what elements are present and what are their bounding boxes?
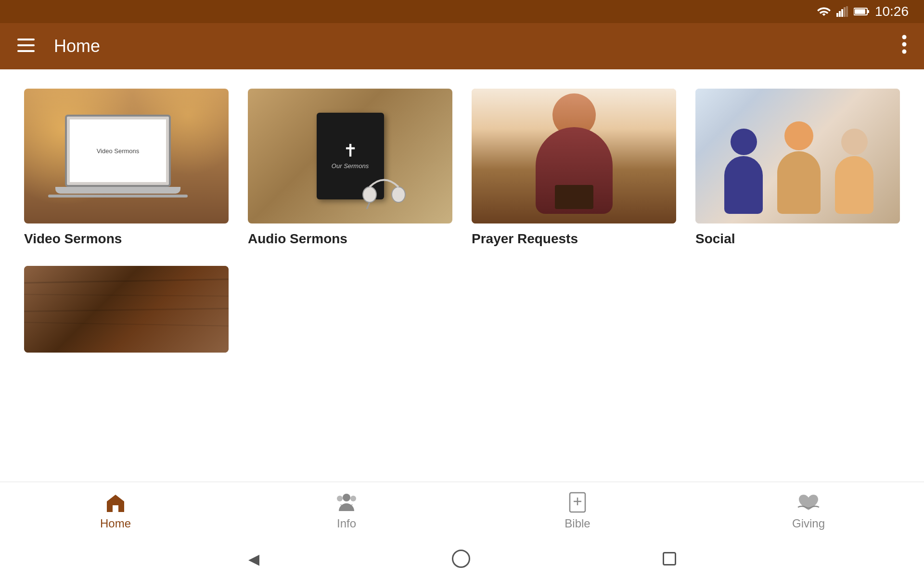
svg-point-15: [392, 187, 405, 202]
svg-point-12: [902, 42, 907, 46]
card-bottom[interactable]: [24, 266, 229, 360]
svg-rect-10: [17, 50, 35, 52]
svg-point-11: [902, 35, 907, 39]
cards-grid: Video Sermons Video Sermons ✝: [24, 89, 900, 247]
svg-rect-2: [841, 9, 843, 17]
card-video-sermons[interactable]: Video Sermons Video Sermons: [24, 89, 229, 247]
laptop-screen-text: Video Sermons: [97, 147, 140, 155]
status-time: 10:26: [875, 4, 909, 19]
android-back-button[interactable]: ◀: [248, 551, 259, 567]
card-prayer-requests[interactable]: Prayer Requests: [472, 89, 676, 247]
svg-point-18: [350, 496, 356, 501]
card-image-social: [695, 89, 900, 223]
svg-rect-4: [846, 6, 848, 17]
nav-item-bible[interactable]: Bible: [529, 492, 626, 530]
android-home-button[interactable]: [452, 550, 470, 568]
svg-rect-6: [855, 9, 865, 14]
card-title-audio-sermons: Audio Sermons: [248, 231, 452, 247]
card-image-bottom: [24, 266, 229, 353]
second-row: [24, 266, 900, 360]
nav-label-giving: Giving: [792, 517, 825, 530]
card-social[interactable]: Social: [695, 89, 900, 247]
card-image-audio-sermons: ✝ Our Sermons: [248, 89, 452, 223]
nav-label-info: Info: [337, 517, 356, 530]
more-options-icon[interactable]: [902, 35, 907, 58]
status-icons: 10:26: [817, 4, 909, 19]
nav-item-info[interactable]: Info: [298, 492, 395, 530]
card-audio-sermons[interactable]: ✝ Our Sermons: [248, 89, 452, 247]
page-title: Home: [54, 36, 902, 56]
svg-rect-7: [867, 10, 869, 13]
svg-rect-3: [844, 7, 846, 17]
giving-icon: [797, 492, 820, 513]
nav-label-bible: Bible: [565, 517, 590, 530]
nav-item-giving[interactable]: Giving: [760, 492, 857, 530]
card-title-prayer-requests: Prayer Requests: [472, 231, 676, 247]
svg-point-13: [902, 49, 907, 53]
svg-rect-9: [17, 44, 35, 46]
signal-icon: [836, 6, 848, 17]
wifi-icon: [817, 6, 831, 17]
svg-point-17: [343, 494, 350, 501]
android-nav-bar: ◀: [0, 539, 924, 578]
svg-line-16: [365, 202, 370, 209]
card-title-social: Social: [695, 231, 900, 247]
people-icon: [335, 492, 358, 513]
bible-book-text: Our Sermons: [332, 162, 369, 171]
top-bar: Home: [0, 23, 924, 69]
home-icon: [105, 492, 126, 513]
android-recents-button[interactable]: [663, 552, 676, 565]
bible-icon: [568, 492, 587, 513]
svg-rect-1: [839, 11, 841, 17]
main-content: Video Sermons Video Sermons ✝: [0, 69, 924, 482]
nav-item-home[interactable]: Home: [67, 492, 164, 530]
svg-rect-0: [836, 13, 838, 17]
bottom-nav: Home Info Bible Giving: [0, 482, 924, 539]
svg-point-19: [337, 496, 343, 501]
svg-rect-8: [17, 39, 35, 40]
hamburger-menu-icon[interactable]: [17, 39, 35, 54]
svg-point-14: [363, 187, 376, 202]
card-image-prayer-requests: [472, 89, 676, 223]
battery-icon: [854, 7, 869, 16]
nav-label-home: Home: [100, 517, 131, 530]
card-title-video-sermons: Video Sermons: [24, 231, 229, 247]
status-bar: 10:26: [0, 0, 924, 23]
card-image-video-sermons: Video Sermons: [24, 89, 229, 223]
